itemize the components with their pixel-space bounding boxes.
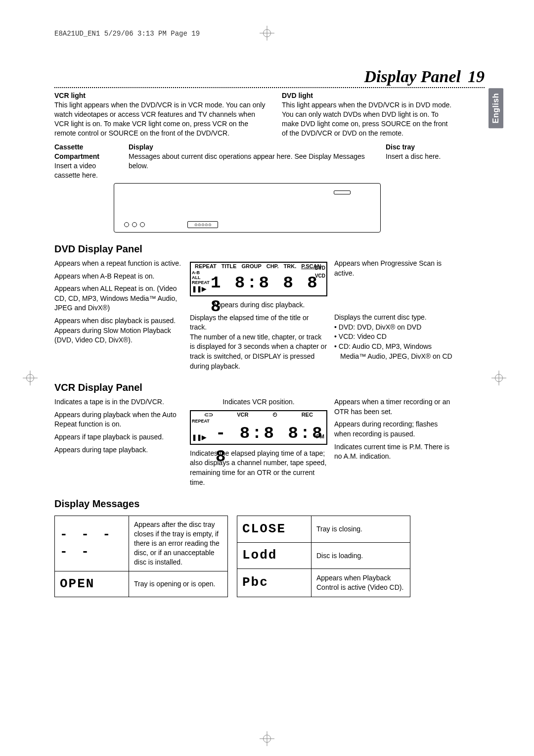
play-pause-icon: ❚❚▶ — [192, 285, 206, 293]
dvd-dt3: • CD: Audio CD, MP3, Windows Media™ Audi… — [334, 342, 453, 361]
dvd-light-body: This light appears when the DVD/VCR is i… — [282, 101, 451, 137]
disc-tray-heading: Disc tray — [386, 143, 415, 151]
vcr-note-playback: Appears during tape playback. — [54, 445, 183, 455]
dvd-display-graphic: REPEAT TITLE GROUP CHP. TRK. P.SCAN A-B … — [190, 262, 327, 296]
dvd-note-paused: Appears when disc playback is paused. — [54, 316, 183, 326]
label-ab: A-B — [192, 270, 200, 275]
page-meta-header: E8A21UD_EN1 5/29/06 3:13 PM Page 19 — [54, 30, 485, 38]
cassette-block: Cassette Compartment Insert a video cass… — [54, 142, 124, 180]
msg-desc-open: Tray is opening or is open. — [129, 571, 228, 597]
vcr-seven-segment: - 8:8 8:8 8 — [216, 422, 326, 469]
display-block: Display Messages about current disc oper… — [129, 142, 381, 180]
msg-desc-pbc: Appears when Playback Control is active … — [312, 569, 410, 597]
dvd-note-disctype: Displays the current disc type. — [334, 313, 453, 323]
device-display-icon: ⊙⊙⊙⊙⊙ — [187, 221, 218, 228]
vcr-panel-heading: VCR Display Panel — [54, 382, 485, 393]
label-title: TITLE — [222, 263, 237, 270]
display-heading: Display — [129, 143, 153, 151]
msg-code-open: OPEN — [55, 571, 129, 597]
page-title-row: Display Panel 19 — [54, 67, 485, 88]
msg-desc-dash: Appears after the disc tray closes if th… — [129, 516, 228, 571]
label-repeat-vcr: REPEAT — [192, 419, 210, 424]
vcr-light-heading: VCR light — [54, 92, 86, 99]
cassette-heading: Cassette Compartment — [54, 143, 99, 160]
device-illustration: ⊙⊙⊙⊙⊙ — [54, 183, 485, 233]
language-tab: English — [489, 88, 503, 128]
dvd-note-number: The number of a new title, chapter, or t… — [190, 332, 327, 371]
vcr-note-pm: Indicates current time is P.M. There is … — [334, 442, 453, 462]
vcr-note-timer: Appears when a timer recording or an OTR… — [334, 397, 453, 417]
disc-tray-body: Insert a disc here. — [386, 152, 441, 160]
dvd-dt2: • VCD: Video CD — [334, 332, 453, 342]
msg-code-load: Lodd — [237, 542, 312, 569]
label-vcr: VCR — [237, 411, 248, 419]
msg-code-close: CLOSE — [237, 516, 312, 543]
page-number: 19 — [468, 67, 485, 86]
msg-desc-close: Tray is closing. — [312, 516, 410, 543]
vcr-note-tapein: Indicates a tape is in the DVD/VCR. — [54, 397, 183, 407]
dvd-light-heading: DVD light — [282, 92, 313, 99]
tray-slot-icon — [334, 190, 351, 194]
label-repeat: REPEAT — [195, 263, 217, 270]
label-dvd: DVD — [315, 265, 325, 272]
vcr-note-paused: Appears if tape playback is paused. — [54, 432, 183, 442]
vcr-note-autorep: Appears during playback when the Auto Re… — [54, 410, 183, 429]
label-all: ALL — [192, 275, 201, 280]
disc-tray-block: Disc tray Insert a disc here. — [386, 142, 485, 180]
vcr-play-pause-icon: ❚❚▶ — [192, 433, 206, 442]
dvd-note-all: Appears when ALL Repeat is on. (Video CD… — [54, 284, 183, 313]
msg-code-pbc: Pbc — [237, 569, 312, 597]
label-trk: TRK. — [284, 263, 297, 270]
vcr-note-pos: Indicates VCR position. — [190, 397, 327, 407]
vcr-display-graphic: ⊂⊃ VCR ⏲ REC REPEAT ❚❚▶ PM - 8:8 8:8 8 — [190, 410, 327, 445]
label-group: GROUP — [241, 263, 261, 270]
messages-table-a: - - - - - Appears after the disc tray cl… — [54, 516, 228, 597]
vcr-light-body: This light appears when the DVD/VCR is i… — [54, 101, 265, 137]
vcr-light-block: VCR light This light appears when the DV… — [54, 91, 267, 138]
dvd-note-pscan: Appears when Progressive Scan is active. — [334, 259, 453, 278]
msg-desc-load: Disc is loading. — [312, 542, 410, 569]
msg-code-dash: - - - - - — [60, 527, 113, 559]
dvd-light-block: DVD light This light appears when the DV… — [282, 91, 455, 138]
dvd-dt1: • DVD: DVD, DivX® on DVD — [334, 323, 453, 332]
label-repeat2: REPEAT — [192, 280, 210, 285]
device-controls-icon — [124, 222, 145, 227]
label-chp: CHP. — [267, 263, 279, 270]
dvd-seven-segment: 1 8:8 8 8 8 — [211, 272, 326, 319]
timer-icon: ⏲ — [272, 411, 278, 419]
display-body: Messages about current disc operations a… — [129, 152, 365, 170]
dvd-note-slow: Appears during Slow Motion Playback (DVD… — [54, 326, 183, 345]
messages-heading: Display Messages — [54, 498, 485, 510]
dvd-panel-heading: DVD Display Panel — [54, 243, 485, 255]
dvd-note-repeat: Appears when a repeat function is active… — [54, 259, 183, 269]
page-title: Display Panel — [364, 67, 461, 86]
messages-table-b: CLOSE Tray is closing. Lodd Disc is load… — [237, 516, 410, 597]
cassette-icon: ⊂⊃ — [204, 411, 213, 419]
cassette-body: Insert a video cassette here. — [54, 162, 98, 179]
dvd-note-ab: Appears when A-B Repeat is on. — [54, 272, 183, 282]
vcr-note-rec: Appears during recording; flashes when r… — [334, 420, 453, 439]
label-rec: REC — [302, 411, 313, 419]
